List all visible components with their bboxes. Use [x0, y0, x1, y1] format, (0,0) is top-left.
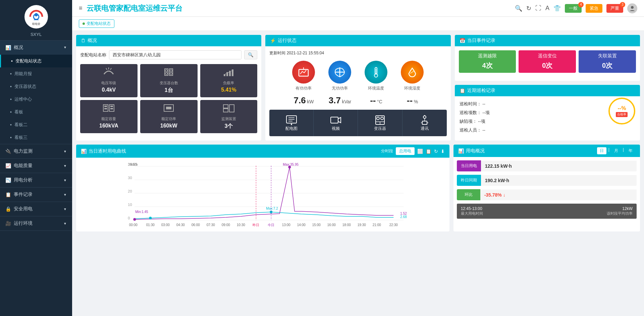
chart-svg: 39.55 kW.h 30 20 10 0	[79, 161, 446, 228]
nav-group-header-safe-power[interactable]: 🔒 安全用电 ▼	[0, 202, 72, 216]
quick-link-video[interactable]: 视频	[314, 110, 358, 136]
chart-tab-total[interactable]: 总用电	[396, 147, 415, 155]
station-label: 变配电站名称	[80, 52, 106, 58]
sidebar-item-board2[interactable]: • 看板二	[0, 118, 72, 131]
nav-group-header-overview[interactable]: 📊 概况 ▲	[0, 41, 72, 55]
footer-power-value: 12kW	[607, 206, 633, 211]
svg-point-10	[165, 70, 167, 72]
inspect-body: --% 合格率 巡检时间： -- 巡检项数： --项	[455, 96, 640, 141]
gauge-wrapper: --% 合格率	[608, 101, 635, 124]
chart-icon-refresh[interactable]: ↻	[434, 149, 438, 154]
nav-group-header-energy-analysis[interactable]: 📉 用电分析 ▼	[0, 173, 72, 187]
bullet-icon: •	[10, 71, 12, 76]
reactive-power-circle	[328, 61, 351, 84]
footer-time-value: 12:45-13:00	[461, 206, 483, 211]
run-status-panel: ⚡ 运行状态 更新时间 2021-12-21 15:55:04	[265, 35, 450, 141]
normal-alert-button[interactable]: 一般 4	[565, 4, 582, 13]
chart-icon-copy[interactable]: 📋	[426, 149, 431, 154]
energy-header: 📊 用电概况 日 | 月 | 年	[453, 145, 640, 157]
sidebar-item-transformer-status[interactable]: • 变压器状态	[0, 80, 72, 93]
svg-text:Max:7.2: Max:7.2	[266, 207, 278, 210]
svg-text:18:00: 18:00	[342, 223, 351, 227]
energy-tabs: 日 | 月 | 年	[597, 147, 635, 154]
nav-group-header-energy-quality[interactable]: 📈 电能质量 ▼	[0, 159, 72, 173]
svg-text:07:30: 07:30	[207, 223, 215, 227]
update-time: 更新时间 2021-12-21 15:55:04	[269, 50, 446, 56]
inspect-defect-label: 缺陷项：	[460, 119, 477, 124]
sidebar-item-ops-center[interactable]: • 运维中心	[0, 93, 72, 106]
energy-title-text: 用电概况	[466, 148, 485, 154]
quick-link-transformer[interactable]: 变压器	[358, 110, 402, 136]
capacity-icon	[103, 103, 115, 115]
quick-link-comms[interactable]: 通讯	[402, 110, 447, 136]
lost-device-btn[interactable]: 失联装置 0次	[579, 50, 636, 73]
monitor-icon	[223, 103, 235, 115]
safe-power-label: 安全用电	[14, 206, 33, 212]
svg-rect-42	[331, 117, 338, 123]
energy-tab-day[interactable]: 日	[597, 147, 606, 154]
quick-link-diagram[interactable]: 配电图	[269, 110, 314, 136]
font-icon[interactable]: A	[545, 5, 549, 12]
sidebar-item-monthly-report[interactable]: • 用能月报	[0, 67, 72, 80]
board3-label: 看板三	[14, 135, 28, 141]
topbar-actions: 🔍 ↻ ⛶ A 👕 一般 4 紧急 严重 3	[515, 3, 637, 13]
chart-header: 📊 当日逐时用电曲线 分时段 总用电 ⬜ 📋 ↻ ⬇	[76, 145, 449, 158]
sidebar-item-board[interactable]: • 看板	[0, 106, 72, 118]
station-input[interactable]	[109, 50, 241, 59]
stat-card-power: 额定功率 160kW	[140, 100, 198, 133]
sidebar-item-board3[interactable]: • 看板三	[0, 131, 72, 144]
svg-rect-20	[104, 106, 107, 107]
chevron-down-icon3: ▼	[63, 178, 67, 182]
energy-tab-year[interactable]: 年	[626, 147, 635, 154]
svg-point-4	[631, 6, 634, 9]
power-monitor-label: 电力监测	[14, 148, 33, 154]
user-avatar[interactable]	[627, 3, 637, 13]
svg-line-6	[106, 68, 107, 70]
skin-icon[interactable]: 👕	[553, 5, 561, 12]
severe-alert-button[interactable]: 严重 3	[606, 4, 623, 13]
energy-tab-month[interactable]: 月	[611, 147, 621, 154]
search-icon[interactable]: 🔍	[515, 5, 522, 12]
env-humidity-value-display: -- %	[395, 95, 429, 106]
refresh-icon[interactable]: ↻	[526, 5, 531, 12]
transformer-icon	[163, 67, 175, 79]
chart-row: 📊 当日逐时用电曲线 分时段 总用电 ⬜ 📋 ↻ ⬇	[76, 145, 640, 231]
station-search-button[interactable]: 🔍	[244, 50, 257, 59]
overview-nav-children: • 变配电站状态 • 用能月报 • 变压器状态 • 运维中心 • 看板	[0, 55, 72, 144]
logo-area: 联电管 SXYL	[0, 0, 72, 41]
svg-text:22:30: 22:30	[389, 223, 398, 227]
nav-group-header-event-record[interactable]: 📋 事件记录 ▼	[0, 188, 72, 202]
chart-icon-expand[interactable]: ⬜	[417, 149, 423, 154]
sidebar-item-substation-status[interactable]: • 变配电站状态	[0, 55, 72, 67]
inspect-count-value: --项	[482, 110, 490, 115]
logo-circle: 联电管	[24, 5, 48, 29]
logo-svg: 联电管	[27, 7, 46, 26]
energy-quality-icon: 📈	[5, 163, 11, 168]
energy-panel: 📊 用电概况 日 | 月 | 年 当日用电 122.15 kW·h	[453, 145, 640, 231]
menu-icon[interactable]: ≡	[79, 5, 83, 12]
fullscreen-icon[interactable]: ⛶	[535, 5, 541, 12]
urgent-alert-button[interactable]: 紧急	[586, 4, 602, 13]
nav-group-energy-quality: 📈 电能质量 ▼	[0, 159, 72, 173]
video-label: 视频	[332, 126, 340, 131]
energy-footer-power: 12kW 该时段平均功率	[607, 206, 633, 216]
company-name: SXYL	[31, 32, 42, 37]
svg-point-45	[381, 117, 383, 120]
inspect-header-icon: 📋	[460, 88, 465, 93]
env-temp-circle	[365, 61, 387, 84]
nav-group-header-run-env[interactable]: 🎥 运行环境 ▼	[0, 216, 72, 230]
svg-line-35	[410, 71, 414, 73]
overview-nav-label: 概况	[14, 45, 23, 51]
svg-point-67	[149, 217, 152, 219]
nav-group-header-power-monitor[interactable]: 🔌 电力监测 ▼	[0, 144, 72, 158]
active-power-circle	[292, 61, 315, 84]
telemetry-limit-btn[interactable]: 遥测越限 4次	[459, 50, 516, 73]
energy-footer-time: 12:45-13:00 最大用电时间	[461, 206, 483, 216]
diagram-label: 配电图	[285, 126, 298, 131]
energy-header-icon: 📊	[458, 148, 464, 154]
reactive-power-unit: kVar	[342, 99, 352, 104]
breadcrumb-tag[interactable]: 变配电站状态	[79, 19, 114, 28]
signal-change-btn[interactable]: 遥信变位 0次	[519, 50, 576, 73]
env-temp-number: --	[370, 95, 376, 105]
chart-icon-download[interactable]: ⬇	[441, 149, 445, 154]
